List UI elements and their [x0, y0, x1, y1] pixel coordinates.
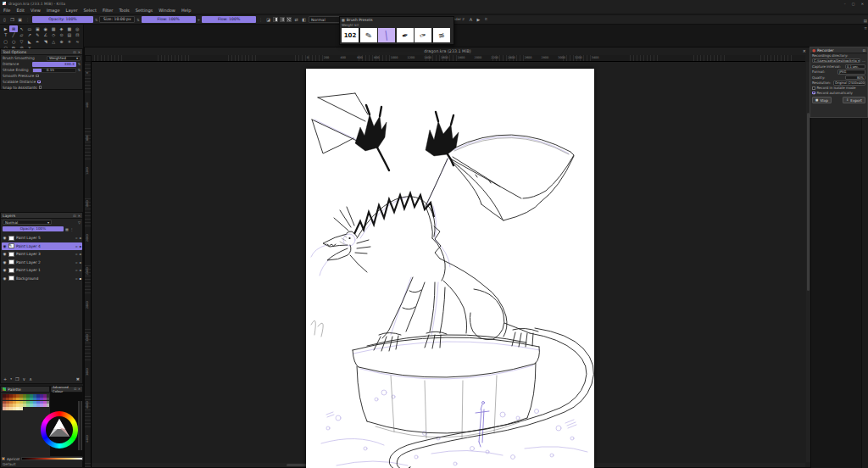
format-dropdown[interactable]: JPEG: [837, 70, 865, 75]
tool-cell-r0c3[interactable]: ▭: [25, 25, 33, 32]
flow-slider-2[interactable]: Flow: 100%: [202, 16, 256, 23]
flow-plus-icon[interactable]: +: [198, 18, 200, 22]
hue-ring[interactable]: [41, 411, 78, 448]
tool-cell-r2c8[interactable]: ✳: [65, 38, 73, 45]
add-layer-button[interactable]: +: [3, 376, 7, 382]
tool-cell-r1c0[interactable]: T: [2, 32, 9, 39]
layer-filter-icon[interactable]: ▽: [78, 220, 81, 225]
pattern-icon[interactable]: [287, 17, 292, 22]
gradient-icon-2[interactable]: [280, 17, 285, 22]
brush-preset-5[interactable]: ≋: [433, 28, 450, 42]
distance-slider[interactable]: 330.3: [32, 62, 76, 67]
tool-cell-r2c3[interactable]: ◣: [25, 38, 33, 45]
lock-icon[interactable]: ▪: [79, 268, 81, 272]
brush-preset-2[interactable]: ╱: [378, 28, 395, 42]
color-triangle[interactable]: [41, 411, 78, 448]
tool-cell-r0c4[interactable]: ▣: [34, 25, 42, 32]
brush-preset-0[interactable]: 102: [342, 28, 359, 42]
tool-cell-r1c7[interactable]: ⊙: [58, 32, 65, 39]
tool-cell-r0c1[interactable]: ⊞: [9, 25, 17, 32]
minimize-button[interactable]: –: [844, 2, 846, 6]
tool-cell-r2c1[interactable]: ○: [9, 38, 17, 45]
tool-cell-r1c5[interactable]: ∠: [42, 32, 49, 39]
palette-gradient-strip[interactable]: [21, 457, 83, 461]
canvas[interactable]: [306, 69, 594, 468]
layer-visibility-icon[interactable]: ◉: [3, 236, 7, 240]
vertical-scrollbar[interactable]: [806, 62, 810, 462]
tool-cell-r2c9[interactable]: ≈: [74, 38, 81, 45]
wrap-around-icon[interactable]: lt: [483, 16, 489, 23]
new-document-icon[interactable]: ▯: [2, 17, 8, 23]
layer-visibility-icon[interactable]: ◉: [3, 244, 7, 248]
palette-swatch-55[interactable]: [47, 404, 50, 407]
add-layer-arrow-icon[interactable]: ▾: [10, 377, 12, 381]
tool-cell-r0c8[interactable]: ▩: [65, 25, 73, 32]
stroke-ending-spinner[interactable]: ⇅: [78, 68, 81, 72]
tool-cell-r2c4[interactable]: ✒: [34, 38, 42, 45]
inherit-alpha-icon[interactable]: α: [75, 268, 78, 272]
menu-help[interactable]: Help: [181, 8, 191, 13]
tool-cell-r1c8[interactable]: ▤: [65, 32, 73, 39]
float-docker-icon[interactable]: ⊡: [74, 387, 76, 391]
tool-cell-r0c5[interactable]: ◉: [42, 25, 49, 32]
isolate-mode-checkbox[interactable]: [812, 86, 815, 90]
play-macro-icon[interactable]: ▶: [476, 17, 481, 23]
brush-preset-3[interactable]: ✒: [397, 28, 414, 42]
layer-more-icon[interactable]: ⋮: [70, 227, 74, 231]
workspace-icon[interactable]: ◧: [301, 17, 307, 23]
tool-cell-r0c9[interactable]: ◎: [74, 25, 81, 32]
mirror-horizontal-icon[interactable]: A: [468, 17, 474, 23]
layer-blending-dropdown[interactable]: Normal ▾: [3, 220, 52, 225]
move-layer-down-button[interactable]: ∨: [22, 376, 25, 382]
recordings-directory-input[interactable]: C:/Users/adria/Desktop/krita record: [812, 58, 860, 64]
tool-cell-r1c4[interactable]: ✎: [34, 32, 42, 39]
layer-grid-icon[interactable]: ▦: [65, 227, 69, 231]
brush-preset-1[interactable]: ✎: [360, 28, 377, 42]
open-document-icon[interactable]: ❐: [9, 17, 15, 23]
tool-cell-r0c6[interactable]: ▦: [49, 25, 57, 32]
docker-menu-icon[interactable]: ≡: [864, 26, 867, 31]
capture-interval-input[interactable]: 0.1 sec.: [845, 64, 865, 70]
palette-swatch-61[interactable]: [19, 407, 23, 410]
tool-cell-r2c0[interactable]: ▢: [2, 38, 9, 45]
layer-row-background[interactable]: ◉Backgroundα▪: [2, 275, 82, 283]
inherit-alpha-icon[interactable]: α: [75, 276, 78, 281]
layer-visibility-icon[interactable]: ◉: [3, 252, 7, 256]
tool-cell-r0c2[interactable]: ↖: [18, 25, 25, 32]
menu-select[interactable]: Select: [84, 8, 97, 13]
inherit-alpha-icon[interactable]: α: [75, 236, 78, 240]
flow-slider[interactable]: Flow: 100%: [142, 16, 196, 23]
close-button[interactable]: ✕: [861, 2, 864, 6]
tool-cell-r2c7[interactable]: ⊕: [58, 38, 65, 45]
menu-layer[interactable]: Layer: [66, 8, 78, 13]
save-document-icon[interactable]: ▣: [17, 17, 23, 23]
layer-row-paint-layer-2[interactable]: ◉Paint Layer 2α▪: [2, 259, 82, 267]
lock-icon[interactable]: ▪: [79, 244, 81, 248]
lock-icon[interactable]: ▪: [79, 236, 81, 240]
tool-cell-r1c3[interactable]: ↗: [25, 32, 33, 39]
distance-spinner[interactable]: ⇅: [78, 62, 81, 66]
opacity-spinner[interactable]: ⇅: [95, 18, 97, 22]
subwindow-close-icon[interactable]: ✕: [803, 48, 806, 53]
scalable-distance-checkbox[interactable]: ✓: [37, 81, 41, 84]
snap-assistants-checkbox[interactable]: [39, 86, 42, 89]
record-automatically-checkbox[interactable]: ✓: [812, 92, 815, 95]
layer-row-paint-layer-1[interactable]: ◉Paint Layer 1α▪: [2, 266, 82, 275]
layer-visibility-icon[interactable]: ◉: [3, 276, 7, 281]
lock-icon[interactable]: ▪: [79, 276, 81, 281]
tool-cell-r2c2[interactable]: ▽: [18, 38, 25, 45]
maximize-button[interactable]: ▢: [852, 2, 855, 6]
smooth-pressure-checkbox[interactable]: [36, 75, 39, 78]
inherit-alpha-icon[interactable]: α: [75, 244, 78, 248]
menu-filter[interactable]: Filter: [103, 8, 113, 13]
layer-visibility-icon[interactable]: ◉: [3, 260, 7, 265]
layer-row-paint-layer-4[interactable]: ◉✎Paint Layer 4α▪: [2, 242, 82, 251]
menu-edit[interactable]: Edit: [16, 8, 25, 13]
quality-input[interactable]: 80%: [845, 75, 865, 81]
tool-cell-r2c6[interactable]: △: [49, 38, 57, 45]
lock-icon[interactable]: ▪: [79, 252, 81, 256]
layer-visibility-icon[interactable]: ◉: [3, 268, 7, 272]
menu-image[interactable]: Image: [47, 8, 60, 13]
tool-cell-r0c7[interactable]: ◈: [58, 25, 65, 32]
delete-layer-button[interactable]: ✖: [76, 376, 80, 382]
